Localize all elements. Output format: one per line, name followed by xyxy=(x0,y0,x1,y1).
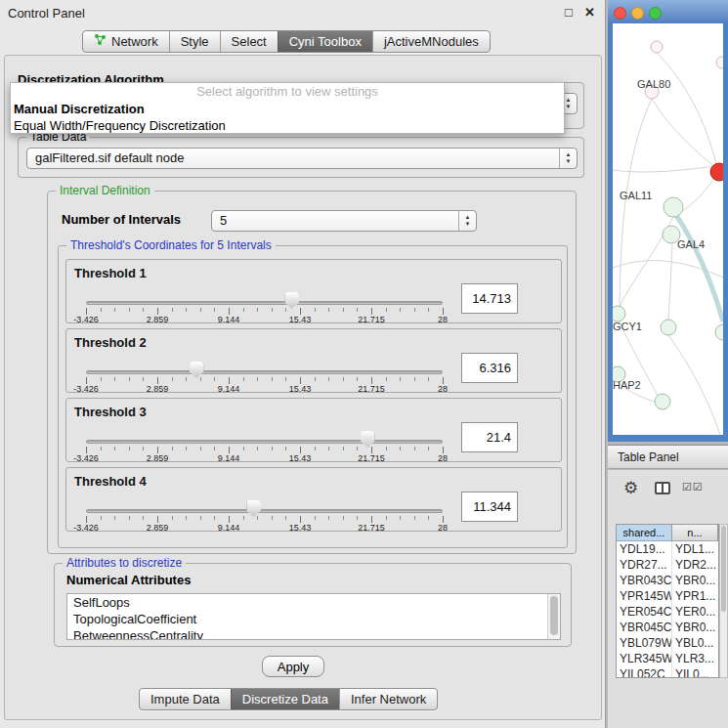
slider-scale-label: 28 xyxy=(438,453,448,463)
attributes-legend: Attributes to discretize xyxy=(63,556,186,570)
gear-icon[interactable]: ⚙ xyxy=(623,478,638,498)
dropdown-option-equal-width[interactable]: Equal Width/Frequency Discretization xyxy=(11,117,564,134)
threshold-2-box: Threshold 2 -3.4262.8599.14415.4321.7152… xyxy=(65,328,562,393)
table-cell: YBL079W xyxy=(617,635,672,651)
threshold-3-value-field[interactable]: 21.4 xyxy=(461,422,518,452)
table-cell: YIL0... xyxy=(672,666,718,678)
tab-discretize-data[interactable]: Discretize Data xyxy=(231,689,339,709)
network-edge xyxy=(657,53,716,164)
network-edges xyxy=(613,53,723,435)
table-cell: YDL1... xyxy=(672,541,718,557)
threshold-1-box: Threshold 1 -3.4262.8599.14415.4321.7152… xyxy=(65,259,562,323)
threshold-2-value-field[interactable]: 6.316 xyxy=(461,353,518,383)
network-node-selected[interactable] xyxy=(710,163,723,181)
slider-scale-label: 28 xyxy=(438,384,448,394)
minimize-traffic-light[interactable] xyxy=(631,7,644,20)
float-window-button[interactable]: □ xyxy=(565,5,573,20)
apply-button[interactable]: Apply xyxy=(262,656,324,677)
network-node[interactable] xyxy=(716,57,723,68)
tab-impute-data[interactable]: Impute Data xyxy=(140,689,231,709)
network-node[interactable] xyxy=(655,394,670,409)
slider-scale-label: 9.144 xyxy=(218,384,240,394)
threshold-coordinates-legend: Threshold's Coordinates for 5 Intervals xyxy=(66,238,276,252)
threshold-3-label: Threshold 3 xyxy=(74,405,147,419)
threshold-4-box: Threshold 4 -3.4262.8599.14415.4321.7152… xyxy=(65,467,562,532)
attribute-list-item[interactable]: SelfLoops xyxy=(67,594,560,611)
table-header-row: shared... n... xyxy=(617,525,718,541)
network-edge xyxy=(613,165,723,172)
select-columns-icon[interactable]: ☑☑ xyxy=(682,481,704,493)
arrow-down-icon: ▼ xyxy=(566,104,572,110)
table-row[interactable]: YER054CYER0... xyxy=(617,604,718,620)
table-row[interactable]: YDR27...YDR2... xyxy=(617,557,718,573)
threshold-4-value-field[interactable]: 11.344 xyxy=(461,492,518,522)
combo-stepper: ▲▼ xyxy=(458,211,476,231)
threshold-4-slider-thumb[interactable] xyxy=(246,500,261,517)
network-node[interactable] xyxy=(664,197,683,217)
tab-network[interactable]: Network xyxy=(83,31,169,52)
arrow-down-icon: ▼ xyxy=(465,221,471,228)
table-scrollbar[interactable] xyxy=(719,524,728,678)
table-row[interactable]: YBR043CYBR0... xyxy=(617,573,718,588)
column-header-shared-name[interactable]: shared... xyxy=(617,525,672,541)
slider-scale: -3.4262.8599.14415.4321.71528 xyxy=(86,315,443,324)
table-cell: YLR345W xyxy=(617,651,672,666)
network-icon xyxy=(94,31,107,52)
columns-icon[interactable] xyxy=(655,482,670,494)
network-node[interactable] xyxy=(661,320,676,335)
network-edge xyxy=(668,335,720,435)
table-row[interactable]: YDL19...YDL1... xyxy=(617,541,718,557)
table-cell: YBR0... xyxy=(672,620,718,635)
list-scrollbar-thumb[interactable] xyxy=(550,596,558,635)
tab-label: Network xyxy=(111,31,158,52)
table-row[interactable]: YBR045CYBR0... xyxy=(617,620,718,635)
tab-cyni-toolbox[interactable]: Cyni Toolbox xyxy=(278,31,372,52)
tab-style[interactable]: Style xyxy=(169,31,220,52)
close-panel-button[interactable]: ✕ xyxy=(584,5,595,20)
attribute-list-item[interactable]: TopologicalCoefficient xyxy=(67,611,560,627)
dropdown-option-manual-discretization[interactable]: Manual Discretization xyxy=(11,101,564,117)
slider-scale-label: 15.43 xyxy=(289,315,312,324)
number-of-intervals-combo[interactable]: 5 ▲▼ xyxy=(211,210,477,232)
network-node[interactable] xyxy=(613,306,625,321)
threshold-1-value-field[interactable]: 14.713 xyxy=(461,283,518,314)
table-data-group: Table Data galFiltered.sif default node … xyxy=(18,137,584,178)
zoom-traffic-light[interactable] xyxy=(649,7,662,20)
combo-stepper: ▲▼ xyxy=(559,149,577,168)
threshold-coordinates-group: Threshold's Coordinates for 5 Intervals … xyxy=(58,245,568,548)
close-traffic-light[interactable] xyxy=(614,7,626,20)
window-title: Control Panel xyxy=(8,6,85,21)
node-label-gal11: GAL11 xyxy=(620,190,652,201)
table-scrollbar-thumb[interactable] xyxy=(721,526,726,612)
node-label-gal80: GAL80 xyxy=(637,78,670,90)
tab-jactivemnodules[interactable]: jActiveMNodules xyxy=(372,31,490,52)
threshold-3-box: Threshold 3 -3.4262.8599.14415.4321.7152… xyxy=(65,398,562,462)
table-row[interactable]: YIL052CYIL0... xyxy=(617,666,718,678)
node-label-gcy1: GCY1 xyxy=(613,321,642,332)
table-panel: ⚙ ☑☑ shared... n... YDL19...YDL1...YDR27… xyxy=(608,470,728,728)
list-scrollbar[interactable] xyxy=(547,594,560,639)
tab-infer-network[interactable]: Infer Network xyxy=(339,689,437,709)
network-node[interactable] xyxy=(651,41,663,53)
table-row[interactable]: YBL079WYBL0... xyxy=(617,635,718,651)
control-panel-window: Control Panel □ ✕ Network Style Select C… xyxy=(0,0,606,728)
table-data-combo[interactable]: galFiltered.sif default node ▲▼ xyxy=(26,148,578,169)
cyni-bottom-tabs: Impute Data Discretize Data Infer Networ… xyxy=(139,688,438,710)
table-row[interactable]: YPR145WYPR1... xyxy=(617,588,718,604)
threshold-3-slider-thumb[interactable] xyxy=(361,431,375,448)
slider-scale-label: 9.144 xyxy=(218,523,240,533)
threshold-1-slider-thumb[interactable] xyxy=(284,292,299,309)
tab-label: Cyni Toolbox xyxy=(289,31,362,52)
table-cell: YPR1... xyxy=(672,588,718,604)
node-label-hap2: HAP2 xyxy=(613,379,641,391)
arrow-up-icon: ▲ xyxy=(566,151,572,158)
attribute-list-item[interactable]: BetweennessCentrality xyxy=(67,627,560,640)
column-header-name[interactable]: n... xyxy=(672,525,718,541)
network-node[interactable] xyxy=(715,324,723,340)
table-row[interactable]: YLR345WYLR3... xyxy=(617,651,718,666)
threshold-2-slider-thumb[interactable] xyxy=(190,362,204,378)
tab-select[interactable]: Select xyxy=(220,31,278,52)
table-cell: YIL052C xyxy=(617,666,672,678)
table-cell: YBR045C xyxy=(617,620,672,635)
network-canvas[interactable]: GAL80 GAL11 GAL4 GCY1 HAP2 xyxy=(613,23,723,435)
